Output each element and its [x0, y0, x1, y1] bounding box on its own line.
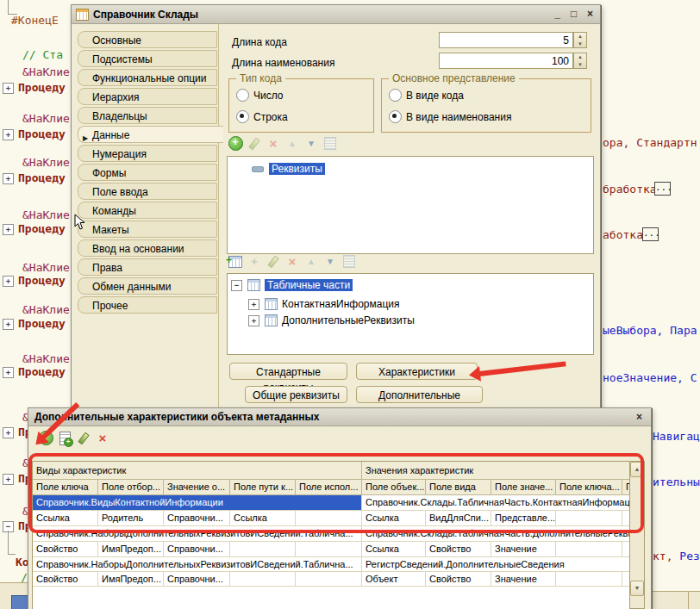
expand-icon[interactable]: +: [3, 474, 14, 485]
delete-icon[interactable]: [93, 431, 112, 445]
code-token: &НаКлие: [22, 261, 70, 274]
table-cell[interactable]: [556, 542, 622, 557]
catalog-icon: [76, 9, 89, 21]
expand-icon[interactable]: −: [231, 280, 242, 291]
expand-icon[interactable]: +: [3, 276, 14, 287]
add-icon: [245, 254, 264, 269]
tab-Ввод на основании[interactable]: Ввод на основании: [78, 239, 217, 257]
tree-item-ДополнительныеРеквизиты[interactable]: +ДополнительныеРеквизиты: [248, 314, 415, 326]
tab-Данные[interactable]: ▶Данные: [78, 126, 223, 143]
collapsed-code-icon[interactable]: ...: [642, 227, 659, 241]
table-row-value-path[interactable]: РегистрСведений.ДополнительныеСведения: [362, 557, 630, 572]
tabular-sections-tree[interactable]: −Табличные части+КонтактнаяИнформация+До…: [227, 273, 594, 355]
code-fragment: +Процеду: [3, 365, 66, 378]
table-row-kind-path[interactable]: Справочник.НаборыДополнительныхРеквизито…: [33, 557, 362, 572]
code-fragment: +Процеду: [3, 127, 66, 140]
add-copy-icon[interactable]: [55, 431, 74, 445]
tree-item-tabular-sections[interactable]: −Табличные части: [231, 279, 353, 291]
radio-number[interactable]: [236, 89, 249, 102]
tree-item-КонтактнаяИнформация[interactable]: +КонтактнаяИнформация: [248, 298, 399, 310]
expand-icon[interactable]: +: [248, 315, 259, 326]
add-tabular-section-icon[interactable]: [226, 254, 245, 269]
code-type-group: Тип кода Число Строка: [228, 78, 374, 133]
tab-label: Иерархия: [92, 91, 139, 103]
tab-Основные[interactable]: Основные: [78, 31, 217, 48]
table-cell[interactable]: Справочни...: [164, 572, 230, 587]
characteristics-button[interactable]: Характеристики: [356, 363, 478, 380]
collapsed-code-icon[interactable]: ...: [654, 182, 671, 196]
catalog-editor-window: Справочник Склады _ □ × ОсновныеПодсисте…: [71, 4, 601, 409]
tab-Права[interactable]: Права: [78, 258, 217, 276]
minimize-button[interactable]: _: [550, 8, 565, 21]
table-cell[interactable]: [230, 572, 296, 587]
table-cell[interactable]: Справочни...: [164, 542, 230, 557]
code-token: Процеду: [18, 127, 66, 140]
additional-indexes-button[interactable]: Дополнительные индексы: [356, 386, 483, 403]
tab-Обмен данными[interactable]: Обмен данными: [78, 277, 217, 295]
attributes-tree[interactable]: Реквизиты: [227, 156, 594, 254]
name-length-input[interactable]: 100: [439, 53, 573, 69]
tab-Нумерация[interactable]: Нумерация: [78, 145, 217, 162]
table-cell[interactable]: [230, 542, 296, 557]
radio-as-code[interactable]: [389, 89, 402, 102]
dialog-close-button[interactable]: ×: [632, 411, 647, 424]
tab-Прочее[interactable]: Прочее: [78, 296, 217, 314]
table-cell[interactable]: Свойство: [426, 572, 491, 587]
tab-Формы[interactable]: Формы: [78, 164, 217, 181]
edit-icon[interactable]: [74, 431, 93, 445]
active-tab-marker: ▶: [83, 130, 88, 147]
tab-Подсистемы[interactable]: Подсистемы: [78, 50, 217, 67]
dialog-titlebar[interactable]: Дополнительные характеристики объекта ме…: [28, 408, 651, 426]
tree-item-label[interactable]: ДополнительныеРеквизиты: [282, 314, 415, 326]
table-cell[interactable]: Ссылка: [362, 542, 426, 557]
tab-Поле ввода[interactable]: Поле ввода: [78, 183, 217, 200]
code-length-input[interactable]: 5: [439, 32, 573, 48]
expand-icon[interactable]: +: [3, 173, 14, 184]
delete-icon: [283, 254, 302, 269]
expand-icon[interactable]: +: [3, 319, 14, 330]
tab-Макеты[interactable]: Макеты: [78, 221, 217, 238]
maximize-button[interactable]: □: [566, 8, 581, 21]
table-cell[interactable]: [296, 572, 362, 587]
radio-string[interactable]: [236, 110, 249, 123]
table-cell[interactable]: ИмяПредоп...: [98, 572, 164, 587]
table-cell[interactable]: Свойство: [33, 542, 98, 557]
expand-icon[interactable]: +: [3, 367, 14, 378]
attributes-root-label[interactable]: Реквизиты: [269, 163, 325, 175]
tab-content-divider: [218, 23, 219, 408]
expand-icon[interactable]: +: [3, 224, 14, 235]
expand-icon[interactable]: +: [3, 129, 14, 140]
tab-Команды[interactable]: Команды: [78, 202, 217, 219]
window-titlebar[interactable]: Справочник Склады _ □ ×: [72, 5, 600, 24]
expand-icon[interactable]: +: [3, 427, 14, 438]
tab-Функциональные опции[interactable]: Функциональные опции: [78, 69, 217, 86]
tab-Иерархия[interactable]: Иерархия: [78, 88, 217, 105]
common-attributes-button[interactable]: Общие реквизиты: [245, 386, 347, 403]
table-cell[interactable]: Свойство: [33, 572, 98, 587]
add-icon[interactable]: [226, 136, 245, 151]
table-cell[interactable]: Значение: [491, 572, 556, 587]
tree-item-label[interactable]: КонтактнаяИнформация: [282, 298, 399, 310]
table-cell[interactable]: [556, 572, 622, 587]
standard-attributes-button[interactable]: Стандартные реквизиты: [229, 363, 347, 380]
table-cell[interactable]: Объект: [362, 572, 426, 587]
table-cell[interactable]: Значение: [491, 542, 556, 557]
close-button[interactable]: ×: [583, 8, 597, 21]
annotation-highlight-rect: [28, 453, 644, 533]
table-cell[interactable]: Свойство: [426, 542, 491, 557]
tab-label: Права: [92, 262, 122, 274]
expand-icon[interactable]: +: [248, 299, 259, 310]
tree-item-label[interactable]: Табличные части: [265, 279, 353, 291]
scroll-down-icon[interactable]: ▼: [630, 581, 644, 596]
name-length-spinner[interactable]: [573, 53, 587, 69]
tab-Владельцы[interactable]: Владельцы: [78, 107, 217, 124]
radio-as-name[interactable]: [389, 110, 402, 123]
dialog-title: Дополнительные характеристики объекта ме…: [34, 411, 319, 423]
code-length-spinner[interactable]: [573, 32, 587, 48]
table-cell[interactable]: ИмяПредоп...: [98, 542, 164, 557]
move-down-icon[interactable]: [302, 136, 321, 151]
table-cell[interactable]: [296, 542, 362, 557]
expand-icon[interactable]: +: [3, 83, 14, 94]
tab-label: Ввод на основании: [92, 243, 184, 255]
move-down-icon[interactable]: [321, 254, 340, 269]
